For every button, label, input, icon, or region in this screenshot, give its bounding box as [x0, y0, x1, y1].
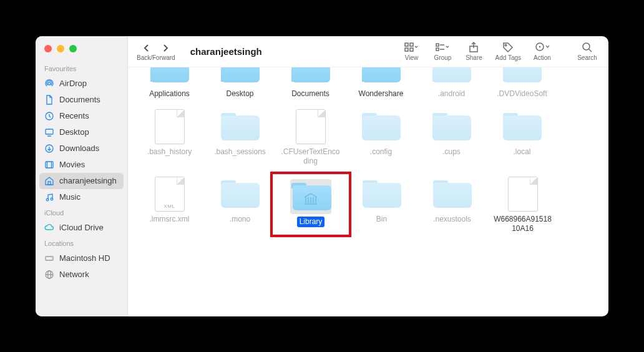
file-item--bash-history[interactable]: .bash_history: [134, 107, 205, 174]
share-button[interactable]: Share: [460, 41, 487, 61]
sidebar-item-downloads[interactable]: Downloads: [36, 140, 127, 157]
svg-rect-22: [436, 48, 439, 51]
sidebar-section-locations: Locations: [36, 236, 127, 250]
documents-icon: [44, 95, 54, 105]
sidebar-item-home[interactable]: charanjeetsingh: [39, 173, 124, 189]
file-item--cfusertextencoding[interactable]: .CFUserTextEncoding: [275, 107, 346, 174]
folder-icon: [502, 72, 543, 86]
folder-icon: [502, 109, 543, 144]
item-label: .cups: [440, 147, 463, 157]
group-button[interactable]: Group: [429, 41, 456, 61]
action-button[interactable]: Action: [529, 41, 556, 61]
action-icon: [535, 42, 550, 52]
downloads-icon: [44, 144, 54, 154]
sidebar-item-label: iCloud Drive: [59, 223, 104, 232]
sidebar-item-label: Music: [59, 192, 80, 202]
file-item-bin[interactable]: Bin: [346, 174, 417, 242]
search-icon: [582, 42, 593, 53]
sidebar: FavouritesAirDropDocumentsRecentsDesktop…: [36, 36, 128, 316]
nav-back-forward[interactable]: Back/Forward: [137, 42, 175, 61]
folder-icon: [431, 72, 472, 86]
window-controls: [36, 45, 127, 61]
file-item--config[interactable]: .config: [346, 107, 416, 174]
network-icon: [44, 270, 54, 280]
sidebar-item-label: Recents: [59, 111, 89, 120]
sidebar-item-desktop[interactable]: Desktop: [36, 124, 127, 140]
main-pane: Back/Forward charanjeetsingh View Group …: [128, 36, 608, 316]
svg-point-10: [51, 198, 53, 200]
folder-icon: [149, 72, 190, 86]
file-item-wondershare[interactable]: Wondershare: [346, 70, 416, 107]
file-icon: [290, 109, 331, 144]
file-item--bash-sessions[interactable]: .bash_sessions: [205, 107, 275, 174]
svg-point-9: [46, 198, 49, 201]
movies-icon: [44, 160, 54, 170]
svg-point-26: [505, 44, 507, 46]
zoom-button[interactable]: [69, 45, 77, 52]
item-label: Desktop: [223, 89, 256, 99]
folder-icon: [431, 109, 472, 144]
sidebar-item-icloud-drive[interactable]: iCloud Drive: [36, 220, 127, 236]
item-label: .bash_history: [145, 147, 194, 157]
toolbar-label: View: [405, 54, 419, 61]
item-label: .lmmsrc.xml: [147, 214, 192, 225]
sidebar-item-network[interactable]: Network: [36, 266, 127, 283]
icloud-drive-icon: [44, 223, 54, 233]
sidebar-item-music[interactable]: Music: [36, 189, 127, 205]
view-button[interactable]: View: [398, 41, 425, 61]
minimize-button[interactable]: [57, 45, 64, 52]
grid-view-icon: [404, 42, 418, 52]
item-label: .DVDVideoSoft: [494, 89, 550, 99]
macintosh-hd-icon: [44, 253, 54, 263]
file-icon: XML: [149, 177, 190, 212]
airdrop-icon: [44, 79, 54, 89]
toolbar: Back/Forward charanjeetsingh View Group …: [128, 36, 608, 67]
sidebar-item-documents[interactable]: Documents: [36, 92, 127, 108]
item-label: Library: [297, 217, 325, 227]
chevron-left-icon: [143, 44, 150, 52]
file-item--local[interactable]: .local: [487, 107, 557, 174]
music-icon: [44, 192, 54, 202]
sidebar-item-recents[interactable]: Recents: [36, 108, 127, 124]
sidebar-item-macintosh-hd[interactable]: Macintosh HD: [36, 250, 127, 266]
item-label: .mono: [227, 214, 253, 225]
item-label: Wondershare: [356, 89, 406, 99]
folder-icon: [220, 109, 261, 144]
sidebar-item-label: Movies: [59, 160, 85, 169]
desktop-icon: [44, 127, 54, 137]
svg-rect-5: [46, 162, 53, 168]
svg-rect-8: [48, 182, 51, 185]
file-item--mono[interactable]: .mono: [205, 174, 275, 242]
tag-icon: [502, 42, 514, 53]
file-icon: [502, 177, 544, 212]
file-item-applications[interactable]: Applications: [134, 70, 205, 107]
sidebar-item-label: charanjeetsingh: [59, 176, 117, 185]
svg-point-29: [583, 43, 590, 50]
sidebar-item-movies[interactable]: Movies: [36, 157, 127, 173]
file-item--nexustools[interactable]: .nexustools: [417, 174, 487, 242]
svg-point-12: [51, 258, 52, 258]
sidebar-item-label: Documents: [59, 95, 100, 104]
file-item-w668966a9151810a16[interactable]: W668966A9151810A16: [487, 174, 558, 242]
file-item--lmmsrc-xml[interactable]: XML.lmmsrc.xml: [134, 174, 205, 242]
file-item-documents[interactable]: Documents: [275, 70, 346, 107]
file-item--android[interactable]: .android: [416, 70, 487, 107]
svg-rect-20: [436, 44, 439, 46]
file-item-library[interactable]: Library: [270, 172, 351, 237]
svg-point-28: [539, 46, 540, 47]
sidebar-item-label: Downloads: [59, 144, 99, 153]
svg-rect-18: [405, 48, 408, 51]
file-item--dvdvideosoft[interactable]: .DVDVideoSoft: [487, 70, 557, 107]
recents-icon: [44, 111, 54, 121]
file-item--cups[interactable]: .cups: [416, 107, 487, 174]
add-tags-button[interactable]: Add Tags: [491, 41, 525, 61]
search-button[interactable]: Search: [573, 41, 601, 61]
file-item-desktop[interactable]: Desktop: [205, 70, 275, 107]
sidebar-item-airdrop[interactable]: AirDrop: [36, 76, 127, 92]
folder-icon: [432, 177, 473, 212]
share-icon: [468, 42, 479, 53]
icon-grid[interactable]: ApplicationsDesktopDocumentsWondershare.…: [128, 67, 608, 316]
svg-rect-17: [410, 43, 413, 46]
toolbar-label: Search: [577, 54, 597, 61]
close-button[interactable]: [44, 45, 52, 52]
